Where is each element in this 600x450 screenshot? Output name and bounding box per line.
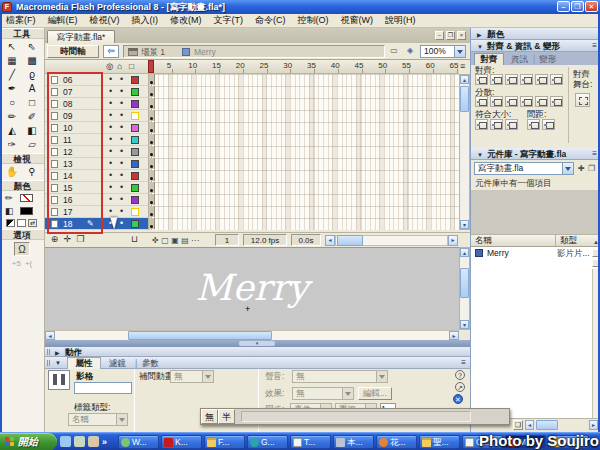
match-width-height-button[interactable] <box>505 119 518 130</box>
quick-launch-more-icon[interactable]: » <box>102 437 107 447</box>
menu-item-10[interactable]: 說明(H) <box>379 14 422 27</box>
menu-item-2[interactable]: 編輯(E) <box>42 14 84 27</box>
keyframe-frame1[interactable] <box>149 134 155 145</box>
close-button[interactable]: ✕ <box>585 1 598 12</box>
layer-outline-color[interactable] <box>131 124 139 132</box>
label-type-combobox[interactable]: 名稱 <box>68 413 128 426</box>
tween-combobox[interactable]: 無 <box>170 370 214 383</box>
expand-icon[interactable]: ▶ <box>477 31 482 38</box>
scroll-up-icon[interactable]: ▴ <box>460 75 469 84</box>
current-frame-field[interactable]: 1 <box>215 234 239 246</box>
menu-item-5[interactable]: 修改(M) <box>164 14 208 27</box>
frame-rate-field[interactable]: 12.0 fps <box>243 234 287 246</box>
back-button[interactable]: ⇦ <box>103 45 119 58</box>
column-name[interactable]: 名稱 <box>475 235 492 246</box>
layer-visibility-dot[interactable]: • <box>109 86 112 97</box>
rectangle-tool[interactable]: □ <box>22 96 42 110</box>
stage-vertical-scrollbar[interactable]: ▴ ▾ <box>459 247 470 330</box>
menu-item-3[interactable]: 檢視(V) <box>84 14 126 27</box>
keyframe-frame1[interactable] <box>149 98 155 109</box>
distribute-horizontal-center-button[interactable] <box>535 96 548 107</box>
layer-row-08[interactable]: 08•• <box>45 98 148 110</box>
menu-item-4[interactable]: 插入(I) <box>126 14 165 27</box>
onion-skin-button[interactable]: ▢ <box>160 236 170 245</box>
edit-multiple-frames-button[interactable]: ▤ <box>180 236 190 245</box>
library-item[interactable]: Merry影片片... <box>471 247 600 259</box>
restore-button[interactable]: ❐ <box>571 1 584 12</box>
distribute-vertical-center-button[interactable] <box>490 96 503 107</box>
layer-lock-dot[interactable]: • <box>120 170 123 181</box>
layer-row-17[interactable]: 17•• <box>45 206 148 218</box>
ime-mode-button[interactable]: 無 <box>201 409 218 424</box>
layer-visibility-dot[interactable]: • <box>109 122 112 133</box>
fill-color-swatch[interactable] <box>20 207 33 215</box>
layer-lock-dot[interactable]: • <box>120 182 123 193</box>
edit-symbol-icon[interactable]: ◈ <box>404 46 416 56</box>
taskbar-button-8[interactable]: 聖... <box>419 435 460 449</box>
expand-icon[interactable]: ▶ <box>55 349 60 356</box>
free-transform-tool[interactable]: ▦ <box>2 54 22 68</box>
edit-scene-icon[interactable]: ▭ <box>388 46 400 56</box>
scroll-thumb[interactable] <box>536 420 558 430</box>
layer-outline-color[interactable] <box>131 76 139 84</box>
keyframe-frame1[interactable] <box>149 218 155 229</box>
gradient-transform-tool[interactable]: ▩ <box>22 54 42 68</box>
layer-visibility-dot[interactable]: • <box>109 74 112 85</box>
menu-item-9[interactable]: 視窗(W) <box>335 14 380 27</box>
scroll-right-icon[interactable]: ▸ <box>448 235 458 246</box>
pencil-tool[interactable]: ✏ <box>2 110 22 124</box>
keyframe-frame1[interactable] <box>149 158 155 169</box>
stage-horizontal-scrollbar[interactable]: ◂ ▸ <box>45 330 459 340</box>
text-tool[interactable]: A <box>22 82 42 96</box>
snap-to-objects-button[interactable]: Ω <box>14 242 30 256</box>
panel-menu-icon[interactable]: ≡ <box>592 149 597 158</box>
collapse-circle-icon[interactable]: ✕ <box>453 394 463 404</box>
column-type[interactable]: 類型 <box>560 235 577 246</box>
playhead[interactable] <box>148 60 154 73</box>
mail-launch-icon[interactable] <box>88 436 99 447</box>
show-layers-as-outlines-icon[interactable]: □ <box>129 61 134 71</box>
insert-layer-button[interactable]: ⊕ <box>48 234 61 244</box>
layer-visibility-dot[interactable]: • <box>109 194 112 205</box>
keyframe-frame1[interactable] <box>149 122 155 133</box>
layer-row-13[interactable]: 13•• <box>45 158 148 170</box>
start-button[interactable]: 開始 <box>0 433 57 450</box>
layer-visibility-dot[interactable]: • <box>109 182 112 193</box>
timeline-vertical-scrollbar[interactable]: ▴ ▾ <box>459 74 470 230</box>
color-panel-header[interactable]: ▶ 顏色 <box>471 28 600 40</box>
align-right-button[interactable] <box>505 74 518 85</box>
layer-row-09[interactable]: 09•• <box>45 110 148 122</box>
layer-lock-dot[interactable]: • <box>120 86 123 97</box>
desktop-launch-icon[interactable] <box>74 436 85 447</box>
layer-lock-dot[interactable]: • <box>120 122 123 133</box>
hand-tool[interactable]: ✋ <box>2 165 22 179</box>
collapse-icon[interactable]: ▼ <box>477 44 483 50</box>
taskbar-button-6[interactable]: 本... <box>333 435 374 449</box>
taskbar-button-7[interactable]: 花... <box>376 435 417 449</box>
keyframe-frame1[interactable] <box>149 110 155 121</box>
stage[interactable]: Merry + <box>45 247 459 330</box>
layer-lock-dot[interactable]: • <box>120 146 123 157</box>
layer-lock-dot[interactable]: • <box>120 158 123 169</box>
modify-onion-markers-button[interactable]: ⋯ <box>190 236 200 245</box>
timeline-panel-menu-icon[interactable]: ≡ <box>460 61 465 71</box>
layer-row-11[interactable]: 11•• <box>45 134 148 146</box>
layer-lock-dot[interactable]: • <box>120 98 123 109</box>
document-tab[interactable]: 寫字動畫.fla* <box>47 30 115 43</box>
scene-breadcrumb[interactable]: 場景 1 <box>141 47 165 59</box>
layer-outline-color[interactable] <box>131 88 139 96</box>
add-motion-guide-button[interactable]: ✛ <box>61 234 74 244</box>
layer-row-14[interactable]: 14•• <box>45 170 148 182</box>
layer-outline-color[interactable] <box>131 184 139 192</box>
tool-option-hint[interactable]: +5 <box>12 259 21 268</box>
align-left-button[interactable] <box>475 74 488 85</box>
help-icon[interactable]: ? <box>455 370 465 380</box>
taskbar-button-4[interactable]: G... <box>247 435 288 449</box>
ink-bottle-tool[interactable]: ◭ <box>2 124 22 138</box>
layer-outline-color[interactable] <box>131 172 139 180</box>
ime-halfwidth-button[interactable]: 半 <box>218 409 235 424</box>
ie-launch-icon[interactable] <box>60 436 71 447</box>
layer-visibility-dot[interactable]: • <box>109 170 112 181</box>
eyedropper-tool[interactable]: ✑ <box>2 138 22 152</box>
layer-visibility-dot[interactable]: • <box>109 158 112 169</box>
